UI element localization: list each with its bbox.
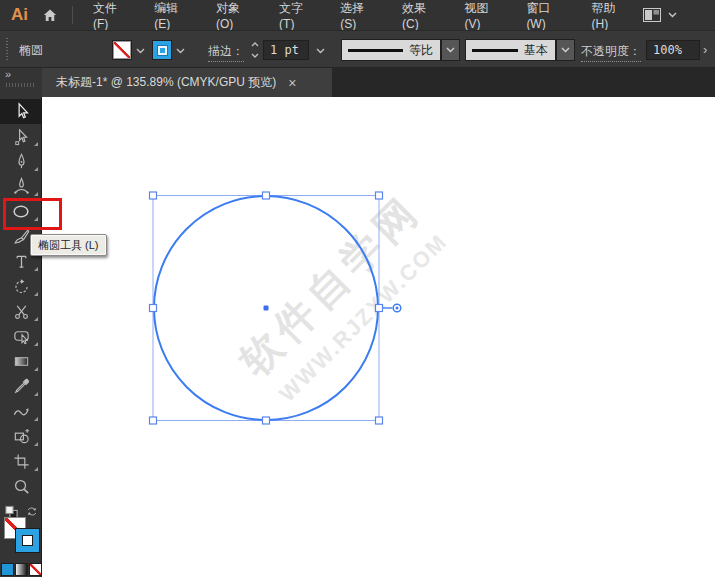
toolbar-header: » (0, 68, 42, 97)
paintbrush-icon (12, 227, 31, 246)
width-profile-select[interactable]: 等比 (341, 39, 441, 61)
shaper-tool[interactable] (0, 324, 42, 349)
handle-bottom-center[interactable] (263, 417, 270, 424)
home-button[interactable] (41, 7, 59, 24)
illustrator-window: Ai 文件(F) 编辑(E) 对象(O) 文字(T) 选择(S) 效果(C) 视… (0, 0, 715, 577)
zoom-tool[interactable] (0, 474, 42, 499)
direct-selection-arrow-icon (12, 127, 31, 146)
handle-mid-right[interactable] (376, 305, 383, 312)
more-options-icon[interactable]: › (703, 42, 707, 57)
menu-bar: Ai 文件(F) 编辑(E) 对象(O) 文字(T) 选择(S) 效果(C) 视… (0, 0, 715, 30)
menu-divider (72, 6, 73, 24)
center-point[interactable] (264, 306, 269, 311)
fill-color-swatch[interactable] (112, 40, 132, 60)
workspace-switcher[interactable] (643, 8, 677, 22)
width-profile-value: 等比 (409, 42, 433, 59)
scissors-icon (12, 302, 31, 321)
stroke-color-swatch[interactable] (152, 40, 172, 60)
artboard-tool[interactable] (0, 449, 42, 474)
eyedropper-tool[interactable] (0, 374, 42, 399)
none-button[interactable] (29, 563, 42, 576)
opacity-label[interactable]: 不透明度： (581, 43, 641, 62)
workspace-layout-icon (643, 8, 661, 22)
tooltip-text: 椭圆工具 (L) (38, 238, 99, 253)
stroke-weight-label[interactable]: 描边： (208, 43, 244, 62)
handle-top-center[interactable] (263, 192, 270, 199)
stroke-dropdown-icon[interactable] (176, 48, 185, 54)
toolbar-grip[interactable] (6, 83, 34, 87)
document-title: 未标题-1* @ 135.89% (CMYK/GPU 预览) (56, 74, 276, 91)
document-tab[interactable]: 未标题-1* @ 135.89% (CMYK/GPU 预览) × (42, 68, 332, 97)
chevron-down-icon (668, 12, 677, 18)
stepper-up-icon[interactable] (251, 42, 259, 47)
control-bar-grip[interactable] (6, 38, 9, 62)
width-tool[interactable] (0, 399, 42, 424)
curvature-tool[interactable] (0, 174, 42, 199)
handle-mid-left[interactable] (150, 305, 157, 312)
chevron-down-icon (561, 47, 570, 53)
eyedropper-icon (12, 377, 31, 396)
tools-panel (0, 97, 42, 577)
shape-builder-tool[interactable] (0, 424, 42, 449)
stroke-weight-stepper[interactable] (250, 40, 260, 60)
pen-nib-icon (12, 152, 31, 171)
opacity-input[interactable]: 100% (646, 40, 700, 60)
control-bar: 椭圆 描边： 1 pt 等比 基本 (0, 30, 715, 68)
fill-stroke-indicator (0, 517, 42, 559)
gradient-tool[interactable] (0, 349, 42, 374)
toolbar-expand-icon[interactable]: » (5, 68, 10, 80)
scissors-tool[interactable] (0, 299, 42, 324)
rotate-widget-dot (396, 307, 399, 310)
width-squiggle-icon (12, 402, 31, 421)
type-icon (12, 252, 31, 271)
handle-top-right[interactable] (376, 192, 383, 199)
ellipse-icon (11, 202, 31, 221)
gradient-button[interactable] (15, 563, 28, 576)
stroke-weight-dropdown-icon[interactable] (316, 48, 325, 54)
magnifier-icon (12, 477, 31, 496)
rotate-tool[interactable] (0, 274, 42, 299)
brush-select[interactable]: 基本 (465, 39, 556, 61)
context-label: 椭圆 (19, 42, 43, 59)
brush-value: 基本 (524, 42, 548, 59)
artboard-icon (12, 452, 31, 471)
pen-tool[interactable] (0, 149, 42, 174)
width-profile-preview (348, 49, 403, 52)
handle-bottom-left[interactable] (150, 417, 157, 424)
brush-dropdown[interactable] (556, 39, 575, 61)
artwork-layer (42, 97, 715, 577)
handle-bottom-right[interactable] (376, 417, 383, 424)
tab-close-icon[interactable]: × (288, 76, 296, 90)
curvature-pen-icon (12, 177, 31, 196)
fill-dropdown-icon[interactable] (136, 48, 145, 54)
rotate-icon (12, 277, 31, 296)
stepper-down-icon[interactable] (251, 53, 259, 58)
stroke-weight-input[interactable]: 1 pt (263, 40, 309, 60)
document-tab-bar: » 未标题-1* @ 135.89% (CMYK/GPU 预览) × (0, 68, 715, 97)
width-profile-dropdown[interactable] (441, 39, 460, 61)
artboard-canvas[interactable]: 软件自学网 WWW.RJZXW.COM (42, 97, 715, 577)
handle-top-left[interactable] (150, 192, 157, 199)
color-mode-buttons (1, 563, 43, 577)
selection-tool[interactable] (0, 99, 42, 124)
direct-selection-tool[interactable] (0, 124, 42, 149)
shape-builder-icon (12, 427, 31, 446)
stroke-swatch-inner (158, 46, 167, 55)
brush-preview (472, 49, 518, 52)
selection-arrow-icon (12, 102, 31, 121)
illustrator-logo: Ai (11, 5, 28, 25)
ellipse-tool[interactable] (0, 199, 42, 224)
home-icon (41, 7, 59, 24)
shaper-icon (12, 327, 31, 346)
ellipse-tool-tooltip: 椭圆工具 (L) (30, 234, 107, 256)
stroke-proxy-blue[interactable] (16, 529, 39, 552)
gradient-icon (12, 352, 31, 371)
color-button[interactable] (1, 563, 14, 576)
tool-list (0, 99, 42, 499)
chevron-down-icon (446, 47, 455, 53)
